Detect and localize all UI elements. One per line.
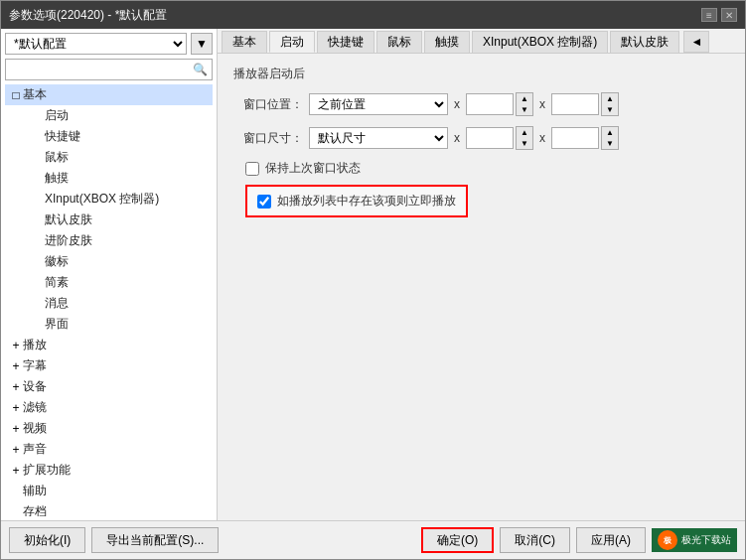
tree-label-skin-default: 默认皮肤 [45,211,92,228]
window-size-h[interactable]: 240 [551,127,599,149]
tree-item-video[interactable]: + 视频 [5,418,213,439]
search-icon: 🔍 [193,63,208,76]
section-title: 播放器启动后 [233,66,729,82]
window-pos-x[interactable]: 0 [466,93,514,115]
tab-shortcut[interactable]: 快捷键 [317,31,374,53]
size-w-up[interactable]: ▲ [517,127,532,138]
tab-skin-default-label: 默认皮肤 [621,34,669,51]
size-w-spinner: ▲ ▼ [516,126,533,150]
tree-label-shortcut: 快捷键 [45,128,80,145]
tree-item-mouse[interactable]: 鼠标 [23,147,213,168]
tab-basic-label: 基本 [232,34,256,51]
tree-item-doc[interactable]: 存档 [5,501,213,516]
window-size-row: 窗口尺寸： 默认尺寸 x 320 ▲ ▼ x 240 [233,126,729,150]
tree: □ 基本 启动 快捷键 鼠标 [5,84,213,516]
watermark-icon: 极 [658,530,677,550]
tab-basic[interactable]: 基本 [222,31,267,53]
tab-xinput[interactable]: XInput(XBOX 控制器) [472,31,608,53]
tree-item-basic[interactable]: □ 基本 [5,84,213,105]
bottom-bar: 初始化(I) 导出当前配置(S)... 确定(O) 取消(C) 应用(A) 极 … [1,520,745,559]
tab-start[interactable]: 启动 [269,31,315,53]
window-pos-select[interactable]: 之前位置 [309,93,448,115]
tab-shortcut-label: 快捷键 [328,34,364,51]
tree-item-subtitle[interactable]: + 字幕 [5,355,213,376]
pos-x-down[interactable]: ▼ [517,104,532,115]
tree-label-xinput: XInput(XBOX 控制器) [45,191,159,208]
ok-button[interactable]: 确定(O) [421,527,494,553]
tree-label-audio: 声音 [23,441,47,458]
checkbox2[interactable] [257,195,271,209]
main-content: *默认配置 ▼ 🔍 □ 基本 启动 [1,29,745,520]
tree-label-basic: 基本 [23,86,47,103]
search-input[interactable] [10,63,193,76]
tree-label-subtitle: 字幕 [23,357,47,374]
tree-item-simple[interactable]: 简素 [23,272,213,293]
tab-mouse[interactable]: 鼠标 [376,31,422,53]
tree-item-start[interactable]: 启动 [23,105,213,126]
profile-arrow[interactable]: ▼ [191,33,213,55]
checkbox2-highlight-box: 如播放列表中存在该项则立即播放 [245,185,468,217]
expander-audio: + [9,443,23,457]
watermark-text: 极光下载站 [681,533,731,547]
tree-label-touch: 触摸 [45,170,69,187]
init-button[interactable]: 初始化(I) [9,527,85,553]
checkbox2-container: 如播放列表中存在该项则立即播放 [245,185,729,217]
tree-label-message: 消息 [45,295,69,312]
tree-label-doc: 存档 [23,503,47,516]
tree-item-audio[interactable]: + 声音 [5,439,213,460]
window-size-label: 窗口尺寸： [233,130,303,147]
tree-item-play[interactable]: + 播放 [5,335,213,355]
apply-button[interactable]: 应用(A) [576,527,646,553]
tab-start-label: 启动 [280,34,304,51]
tree-item-filter[interactable]: + 滤镜 [5,397,213,418]
close-button[interactable]: ✕ [721,8,737,22]
tree-item-device[interactable]: + 设备 [5,376,213,397]
pin-button[interactable]: ≡ [701,8,717,22]
tree-item-assist[interactable]: 辅助 [5,481,213,501]
checkbox1[interactable] [245,162,259,176]
tree-item-extension[interactable]: + 扩展功能 [5,460,213,481]
profile-select[interactable]: *默认配置 [5,33,187,55]
tab-mouse-label: 鼠标 [387,34,411,51]
size-h-up[interactable]: ▲ [602,127,618,138]
size-h-spinner: ▲ ▼ [601,126,619,150]
search-bar: 🔍 [5,59,213,80]
tab-more[interactable]: ◄ [683,31,709,53]
tree-item-ui[interactable]: 界面 [23,314,213,335]
title-buttons: ≡ ✕ [701,8,737,22]
tree-label-start: 启动 [45,107,69,124]
pos-y-up[interactable]: ▲ [602,93,618,104]
window-pos-label: 窗口位置： [233,96,303,113]
pos-y-down[interactable]: ▼ [602,104,618,115]
expander-video: + [9,422,23,436]
cancel-button[interactable]: 取消(C) [500,527,570,553]
title-bar: 参数选项(220420) - *默认配置 ≡ ✕ [1,1,745,29]
tree-item-skin-default[interactable]: 默认皮肤 [23,210,213,230]
window-pos-y[interactable]: 0 [551,93,599,115]
tab-skin-default[interactable]: 默认皮肤 [610,31,679,53]
tree-item-message[interactable]: 消息 [23,293,213,314]
tree-item-touch[interactable]: 触摸 [23,168,213,189]
tab-xinput-label: XInput(XBOX 控制器) [483,34,597,51]
tabs-bar: 基本 启动 快捷键 鼠标 触摸 XInput(XBOX 控制器) [218,29,745,54]
window-size-select[interactable]: 默认尺寸 [309,127,448,149]
sidebar: *默认配置 ▼ 🔍 □ 基本 启动 [1,29,218,520]
size-w-down[interactable]: ▼ [517,138,532,149]
window-size-w[interactable]: 320 [466,127,514,149]
tree-item-shortcut[interactable]: 快捷键 [23,126,213,147]
watermark: 极 极光下载站 [652,528,737,552]
right-panel: 基本 启动 快捷键 鼠标 触摸 XInput(XBOX 控制器) [218,29,745,520]
size-sep-x: x [454,131,460,145]
tab-touch[interactable]: 触摸 [424,31,470,53]
size-h-down[interactable]: ▼ [602,138,618,149]
tree-item-xinput[interactable]: XInput(XBOX 控制器) [23,189,213,210]
tree-item-icon[interactable]: 徽标 [23,251,213,272]
window-size-group: 默认尺寸 x 320 ▲ ▼ x 240 ▲ ▼ [309,126,619,150]
pos-sep-y: x [539,97,545,111]
pos-x-up[interactable]: ▲ [517,93,532,104]
export-button[interactable]: 导出当前配置(S)... [91,527,219,553]
tree-item-skin-adv[interactable]: 进阶皮肤 [23,230,213,251]
expander-filter: + [9,401,23,415]
tree-label-ui: 界面 [45,316,69,333]
checkbox1-row: 保持上次窗口状态 [245,160,729,177]
